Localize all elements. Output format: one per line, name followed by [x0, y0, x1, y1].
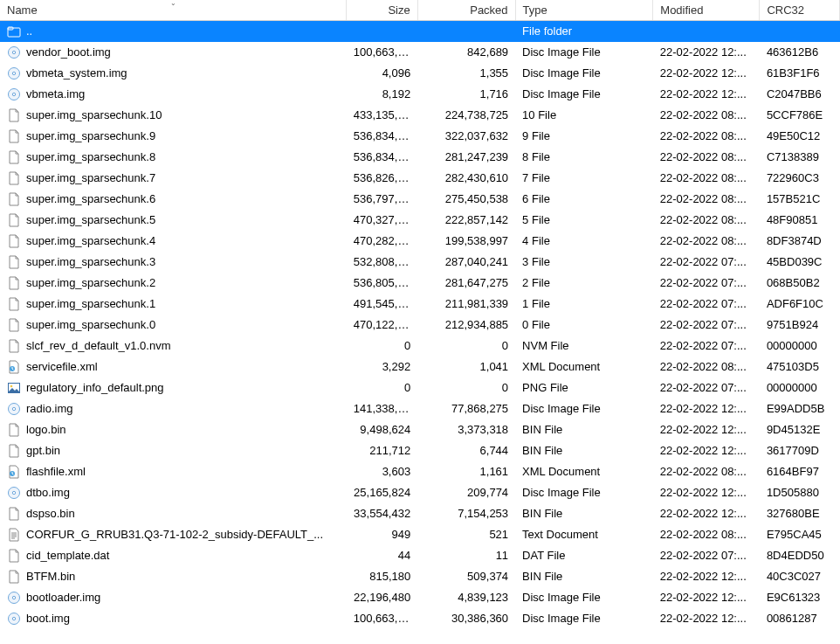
file-modified: 22-02-2022 12:... — [653, 84, 760, 105]
table-row[interactable]: bootloader.img22,196,4804,839,123Disc Im… — [0, 587, 840, 608]
table-row[interactable]: super.img_sparsechunk.4470,282,580199,53… — [0, 231, 840, 252]
file-size: 3,292 — [347, 357, 417, 377]
column-header-crc32[interactable]: CRC32 — [760, 0, 840, 21]
file-icon — [7, 255, 21, 269]
file-size: 491,545,188 — [347, 294, 417, 315]
file-packed: 509,374 — [417, 566, 515, 587]
file-name: bootloader.img — [26, 591, 340, 604]
table-row[interactable]: gpt.bin211,7126,744BIN File22-02-2022 12… — [0, 440, 840, 461]
table-row[interactable]: BTFM.bin815,180509,374BIN File22-02-2022… — [0, 566, 840, 587]
file-packed: 211,981,339 — [417, 294, 515, 315]
disc-icon — [7, 612, 21, 626]
file-crc32: 49E50C12 — [760, 126, 840, 147]
file-type: 7 File — [515, 168, 653, 189]
file-size: 3,603 — [347, 461, 417, 482]
table-row[interactable]: CORFUR_G_RRUB31.Q3-71-102-2_subsidy-DEFA… — [0, 524, 840, 545]
file-type: Disc Image File — [515, 42, 653, 63]
table-row[interactable]: dspso.bin33,554,4327,154,253BIN File22-0… — [0, 503, 840, 524]
column-header-size[interactable]: Size — [347, 0, 417, 21]
table-row[interactable]: super.img_sparsechunk.2536,805,756281,64… — [0, 273, 840, 294]
file-type: BIN File — [515, 419, 653, 440]
file-type: Text Document — [515, 524, 653, 545]
file-name: super.img_sparsechunk.4 — [26, 234, 340, 247]
file-crc32: 9D45132E — [760, 419, 840, 440]
table-row[interactable]: super.img_sparsechunk.0470,122,892212,93… — [0, 315, 840, 336]
svg-point-15 — [12, 491, 15, 494]
disc-icon — [7, 402, 21, 416]
table-row[interactable]: dtbo.img25,165,824209,774Disc Image File… — [0, 482, 840, 503]
file-icon — [7, 318, 21, 332]
file-list-table: Name ⌄ Size Packed Type Modified CRC32 .… — [0, 0, 840, 629]
table-row[interactable]: regulatory_info_default.png00PNG File22-… — [0, 377, 840, 398]
column-header-name[interactable]: Name ⌄ — [0, 0, 347, 21]
file-packed: 3,373,318 — [417, 419, 515, 440]
file-icon — [7, 171, 21, 185]
table-row[interactable]: logo.bin9,498,6243,373,318BIN File22-02-… — [0, 419, 840, 440]
file-crc32: 00861287 — [760, 608, 840, 629]
file-name: boot.img — [26, 612, 340, 625]
file-packed: 282,430,610 — [417, 168, 515, 189]
table-row[interactable]: super.img_sparsechunk.7536,826,140282,43… — [0, 168, 840, 189]
file-name: flashfile.xml — [26, 465, 340, 478]
table-row[interactable]: servicefile.xml3,2921,041XML Document22-… — [0, 357, 840, 377]
table-row[interactable]: super.img_sparsechunk.10433,135,984224,7… — [0, 105, 840, 126]
file-crc32: 475103D5 — [760, 357, 840, 377]
file-type: Disc Image File — [515, 398, 653, 419]
file-packed: 199,538,997 — [417, 231, 515, 252]
table-row[interactable]: super.img_sparsechunk.9536,834,288322,03… — [0, 126, 840, 147]
column-header-type[interactable]: Type — [515, 0, 653, 21]
file-name: BTFM.bin — [26, 570, 340, 583]
table-row[interactable]: super.img_sparsechunk.8536,834,288281,24… — [0, 147, 840, 168]
file-crc32: C7138389 — [760, 147, 840, 168]
file-crc32: 722960C3 — [760, 168, 840, 189]
file-size: 470,122,892 — [347, 315, 417, 336]
table-row[interactable]: slcf_rev_d_default_v1.0.nvm00NVM File22-… — [0, 336, 840, 357]
file-crc32: 157B521C — [760, 189, 840, 210]
file-modified: 22-02-2022 08:... — [653, 210, 760, 231]
table-row[interactable]: flashfile.xml3,6031,161XML Document22-02… — [0, 461, 840, 482]
disc-icon — [7, 87, 21, 101]
file-name: super.img_sparsechunk.2 — [26, 276, 340, 289]
file-type: BIN File — [515, 566, 653, 587]
file-icon — [7, 297, 21, 311]
table-row[interactable]: vbmeta.img8,1921,716Disc Image File22-02… — [0, 84, 840, 105]
file-packed: 322,037,632 — [417, 126, 515, 147]
table-row[interactable]: vendor_boot.img100,663,296842,689Disc Im… — [0, 42, 840, 63]
column-header-packed[interactable]: Packed — [417, 0, 515, 21]
file-packed: 30,386,360 — [417, 608, 515, 629]
table-row[interactable]: radio.img141,338,36877,868,275Disc Image… — [0, 398, 840, 419]
table-row[interactable]: cid_template.dat4411DAT File22-02-2022 0… — [0, 545, 840, 566]
file-name: gpt.bin — [26, 444, 340, 457]
file-packed: 1,716 — [417, 84, 515, 105]
parent-folder-row[interactable]: ..File folder — [0, 21, 840, 42]
column-header-modified[interactable]: Modified — [653, 0, 760, 21]
file-packed: 1,355 — [417, 63, 515, 84]
file-type: NVM File — [515, 336, 653, 357]
svg-point-19 — [12, 617, 15, 620]
file-crc32: E795CA45 — [760, 524, 840, 545]
file-crc32: 3617709D — [760, 440, 840, 461]
file-size: 100,663,296 — [347, 608, 417, 629]
table-row[interactable]: boot.img100,663,29630,386,360Disc Image … — [0, 608, 840, 629]
file-icon — [7, 150, 21, 164]
file-icon — [7, 339, 21, 353]
file-type: 8 File — [515, 147, 653, 168]
table-row[interactable]: super.img_sparsechunk.5470,327,688222,85… — [0, 210, 840, 231]
file-packed: 209,774 — [417, 482, 515, 503]
table-row[interactable]: super.img_sparsechunk.3532,808,312287,04… — [0, 252, 840, 273]
file-modified: 22-02-2022 12:... — [653, 482, 760, 503]
file-name: servicefile.xml — [26, 360, 340, 373]
file-name: super.img_sparsechunk.8 — [26, 150, 340, 163]
file-size: 470,327,688 — [347, 210, 417, 231]
file-packed: 1,041 — [417, 357, 515, 377]
file-packed: 521 — [417, 524, 515, 545]
table-row[interactable]: super.img_sparsechunk.1491,545,188211,98… — [0, 294, 840, 315]
file-modified: 22-02-2022 12:... — [653, 63, 760, 84]
file-size: 815,180 — [347, 566, 417, 587]
file-size: 100,663,296 — [347, 42, 417, 63]
table-row[interactable]: vbmeta_system.img4,0961,355Disc Image Fi… — [0, 63, 840, 84]
file-size: 44 — [347, 545, 417, 566]
file-packed: 1,161 — [417, 461, 515, 482]
xml-icon — [7, 360, 21, 374]
table-row[interactable]: super.img_sparsechunk.6536,797,676275,45… — [0, 189, 840, 210]
